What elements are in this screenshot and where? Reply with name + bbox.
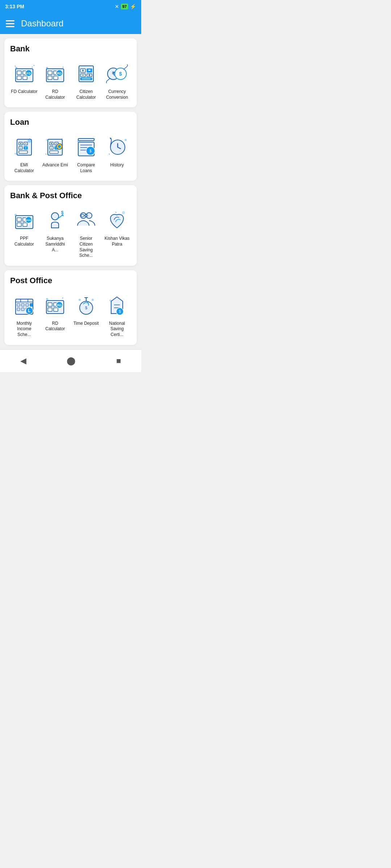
svg-rect-105	[17, 308, 20, 311]
svg-rect-101	[17, 303, 20, 306]
recent-button[interactable]: ■	[109, 354, 128, 368]
charging-icon: ⚡	[130, 4, 136, 9]
svg-rect-104	[30, 303, 33, 306]
svg-point-95	[122, 211, 125, 214]
senior-citizen-label: Senior Citizen Saving Sche...	[73, 236, 100, 258]
rd-calculator-po-icon: RD	[43, 293, 67, 318]
citizen-calculator-label: Citizen Calculator	[73, 89, 100, 100]
back-button[interactable]: ◀	[13, 354, 34, 368]
svg-rect-62	[50, 151, 58, 153]
ppf-calculator-icon: PPF	[12, 208, 37, 233]
senior-citizen-item[interactable]: Senior Citizen Saving Sche...	[72, 207, 100, 260]
svg-text:$: $	[119, 71, 122, 77]
fd-calculator-item[interactable]: FD FD Calculator	[10, 60, 38, 102]
ppf-calculator-item[interactable]: PPF PPF Calculator	[10, 207, 38, 260]
svg-rect-83	[17, 223, 21, 226]
national-saving-item[interactable]: $ National Saving Certi...	[103, 292, 131, 339]
svg-line-79	[109, 154, 110, 154]
svg-rect-68	[78, 139, 94, 141]
currency-conversion-item[interactable]: ₹ $ Currency Conversion	[103, 60, 131, 102]
svg-rect-81	[17, 218, 21, 221]
ppf-calculator-label: PPF Calculator	[11, 236, 38, 247]
close-icon: ✕	[115, 4, 119, 9]
menu-button[interactable]	[6, 20, 14, 27]
svg-rect-106	[21, 308, 24, 311]
currency-conversion-label: Currency Conversion	[104, 89, 131, 100]
bank-items-grid: FD FD Calculator	[10, 60, 131, 102]
svg-point-7	[15, 67, 17, 69]
loan-section: Loan ×	[4, 112, 137, 181]
monthly-income-item[interactable]: L Monthly Income Sche...	[10, 292, 38, 339]
status-bar: 3:13 PM ✕ 97 ⚡	[0, 0, 141, 13]
svg-text:$: $	[119, 310, 121, 314]
compare-loans-icon: $	[74, 135, 98, 159]
advance-emi-icon: ×	[43, 135, 67, 159]
svg-point-78	[125, 139, 127, 141]
history-item[interactable]: History	[103, 133, 131, 175]
svg-rect-114	[54, 308, 58, 311]
emi-calculator-item[interactable]: × EMI Calculator	[10, 133, 38, 175]
home-button[interactable]: ⬤	[59, 354, 83, 368]
svg-rect-84	[23, 223, 27, 226]
svg-text:FD: FD	[26, 72, 31, 75]
svg-point-75	[77, 140, 79, 142]
svg-text:RD: RD	[57, 303, 62, 307]
svg-point-64	[58, 145, 61, 148]
kishan-vikas-item[interactable]: Kishan Vikas Patra	[103, 207, 131, 260]
svg-rect-4	[23, 76, 27, 80]
svg-line-66	[62, 139, 62, 139]
rd-calculator-po-item[interactable]: RD RD Calculator	[41, 292, 70, 339]
svg-rect-15	[54, 76, 58, 80]
history-label: History	[110, 162, 124, 168]
rd-calculator-icon: RD	[43, 61, 67, 86]
monthly-income-icon: L	[12, 293, 37, 318]
monthly-income-label: Monthly Income Sche...	[11, 321, 38, 338]
rd-calculator-po-label: RD Calculator	[42, 321, 69, 332]
svg-line-67	[46, 154, 46, 154]
compare-loans-item[interactable]: $ Compare Loans	[72, 133, 100, 175]
history-icon	[105, 135, 129, 159]
svg-rect-102	[21, 303, 24, 306]
bank-post-office-title: Bank & Post Office	[10, 191, 131, 200]
svg-point-8	[31, 67, 33, 68]
sukanya-item[interactable]: $ Sukanya Samriddhi A...	[41, 207, 70, 260]
fd-calculator-label: FD Calculator	[11, 89, 37, 95]
loan-section-title: Loan	[10, 118, 131, 127]
senior-citizen-icon	[74, 208, 98, 233]
emi-calculator-icon: ×	[12, 135, 37, 159]
svg-rect-14	[48, 76, 52, 80]
time-deposit-item[interactable]: $ Time Deposit	[72, 292, 100, 339]
svg-rect-113	[48, 308, 52, 311]
svg-text:$: $	[89, 149, 92, 153]
citizen-calculator-item[interactable]: Citizen Calculator	[72, 60, 100, 102]
national-saving-icon: $	[105, 293, 129, 318]
main-content: Bank FD	[0, 34, 141, 349]
svg-point-18	[46, 67, 48, 69]
post-office-section: Post Office	[4, 270, 137, 345]
bank-section-title: Bank	[10, 44, 131, 54]
svg-point-117	[46, 298, 48, 300]
svg-rect-111	[48, 303, 52, 306]
svg-line-96	[115, 212, 116, 213]
time-deposit-icon: $	[74, 293, 98, 318]
time-deposit-label: Time Deposit	[73, 321, 99, 327]
advance-emi-item[interactable]: × Advance Emi	[41, 133, 70, 175]
post-office-title: Post Office	[10, 276, 131, 285]
svg-rect-1	[17, 71, 21, 75]
battery-indicator: 97	[121, 4, 128, 9]
post-office-grid: L Monthly Income Sche... RD	[10, 292, 131, 339]
status-time: 3:13 PM	[5, 4, 24, 9]
compare-loans-label: Compare Loans	[73, 162, 100, 174]
rd-calculator-item[interactable]: RD RD Calculator	[41, 60, 70, 102]
emi-calculator-label: EMI Calculator	[11, 162, 38, 174]
svg-point-91	[86, 213, 92, 218]
header: Dashboard	[0, 13, 141, 34]
advance-emi-label: Advance Emi	[42, 162, 68, 168]
svg-point-130	[109, 299, 112, 302]
svg-point-65	[46, 139, 48, 141]
bank-post-office-section: Bank & Post Office PPF PPF Calculato	[4, 185, 137, 265]
svg-point-50	[14, 153, 17, 155]
svg-text:×: ×	[51, 146, 52, 150]
svg-line-9	[15, 66, 16, 67]
svg-line-118	[62, 298, 63, 298]
